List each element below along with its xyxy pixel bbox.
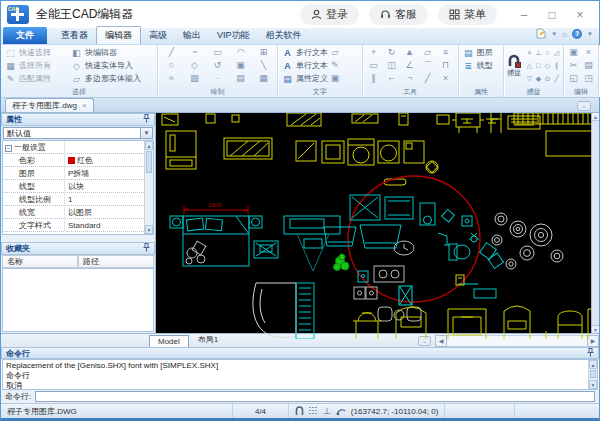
preset-dropdown-icon[interactable]: ▼ xyxy=(141,127,153,139)
ribbon-button[interactable]: ▤图层 xyxy=(461,46,493,59)
property-row[interactable]: 线型比例 1 xyxy=(3,193,144,206)
scroll-up-icon[interactable]: ▲ xyxy=(145,141,153,150)
ribbon-button[interactable]: A多行文本 xyxy=(280,46,328,59)
snap-mode-icon[interactable]: ▽ xyxy=(525,72,534,85)
tab-file[interactable]: 文件 xyxy=(3,27,47,44)
scroll-down-icon[interactable]: ▼ xyxy=(589,380,597,389)
property-preset-select[interactable]: 默认值 xyxy=(3,127,141,139)
ribbon-button[interactable]: ⬚快速选择 xyxy=(3,46,69,59)
modify-tool-icon[interactable]: ⊓ xyxy=(437,59,455,72)
modify-tool-icon[interactable]: ▭ xyxy=(365,59,383,72)
ribbon-tab[interactable]: 查看器 xyxy=(53,27,96,44)
ribbon-button[interactable]: ▱多边形实体输入 xyxy=(69,72,141,85)
edit-tool-icon[interactable]: ✂ xyxy=(566,59,581,72)
draw-tool-icon[interactable]: ~ xyxy=(183,46,206,59)
property-grid-scrollbar[interactable]: ▲ ▼ xyxy=(144,141,153,234)
modify-tool-icon[interactable]: + xyxy=(365,46,383,59)
modify-tool-icon[interactable]: ≡ xyxy=(437,46,455,59)
edit-tool-icon[interactable]: ▤ xyxy=(581,59,596,72)
snap-mode-icon[interactable]: ○ xyxy=(543,46,552,59)
ribbon-button[interactable]: ◧块编辑器 xyxy=(69,46,141,59)
snap-mode-icon[interactable]: □ xyxy=(534,59,543,72)
property-row[interactable]: 线型 以块 xyxy=(3,180,144,193)
scroll-up-icon[interactable]: ▲ xyxy=(589,360,597,369)
scroll-up-icon[interactable]: ▲ xyxy=(592,113,599,121)
ribbon-button[interactable]: ◇快速实体导入 xyxy=(69,59,141,72)
ribbon-tab[interactable]: 高级 xyxy=(141,27,175,44)
draw-tool-icon[interactable]: ≈ xyxy=(160,72,183,85)
scrollbar-thumb[interactable] xyxy=(590,370,596,378)
grid-toggle-icon[interactable] xyxy=(309,407,318,416)
snap-mode-icon[interactable]: ⊥ xyxy=(534,46,543,59)
ribbon-tab[interactable]: 相关软件 xyxy=(258,27,310,44)
modify-tool-icon[interactable]: ╱ xyxy=(419,72,437,85)
draw-tool-icon[interactable]: ◠ xyxy=(229,46,252,59)
close-document-icon[interactable]: × xyxy=(82,101,87,110)
modify-tool-icon[interactable]: × xyxy=(437,72,455,85)
canvas-vertical-scrollbar[interactable]: ▲ ▼ xyxy=(591,113,599,333)
document-tab[interactable]: 程子专用图库.dwg × xyxy=(5,98,94,112)
export-doc-icon[interactable] xyxy=(536,25,546,43)
menu-button[interactable]: 菜单 xyxy=(438,4,497,25)
command-history-scrollbar[interactable]: ▲ ▼ xyxy=(588,360,597,389)
pin-icon[interactable] xyxy=(143,114,150,125)
snap-mode-icon[interactable]: ⊙ xyxy=(543,72,552,85)
modify-tool-icon[interactable]: ◫ xyxy=(383,59,401,72)
modify-tool-icon[interactable]: ⌐ xyxy=(383,72,401,85)
minimize-button[interactable]: – xyxy=(511,5,537,25)
property-row[interactable]: 色彩 红色 xyxy=(3,154,144,167)
edit-tool-icon[interactable]: × xyxy=(581,46,596,59)
edit-tool-icon[interactable]: ◳ xyxy=(581,72,596,85)
login-button[interactable]: 登录 xyxy=(300,4,359,25)
draw-tool-icon[interactable]: ▭ xyxy=(206,46,229,59)
ribbon-tab[interactable]: VIP功能 xyxy=(209,27,258,44)
draw-tool-icon[interactable]: ○ xyxy=(160,59,183,72)
draw-tool-icon[interactable]: ▤ xyxy=(229,72,252,85)
draw-tool-icon[interactable]: ╲ xyxy=(252,59,275,72)
lineweight-toggle-icon[interactable] xyxy=(336,407,346,416)
draw-tool-icon[interactable]: ▦ xyxy=(252,72,275,85)
property-group-row[interactable]: −一般设置 xyxy=(3,141,144,154)
ribbon-button[interactable]: ≣线型 xyxy=(461,59,493,72)
draw-tool-icon[interactable]: · xyxy=(206,72,229,85)
modify-tool-icon[interactable]: ▱ xyxy=(419,46,437,59)
modify-tool-icon[interactable]: ∠ xyxy=(401,59,419,72)
ortho-toggle-icon[interactable]: ⊥ xyxy=(323,406,331,416)
snap-mode-icon[interactable]: △ xyxy=(525,59,534,72)
property-row[interactable]: 线宽 以图层 xyxy=(3,206,144,219)
ribbon-button[interactable]: ▦选择所有 xyxy=(3,59,69,72)
property-row[interactable]: 文字样式 Standard xyxy=(3,219,144,232)
scroll-down-icon[interactable]: ▼ xyxy=(592,325,599,333)
home-icon[interactable]: ⌂ xyxy=(562,30,567,39)
snap-magnet-icon[interactable] xyxy=(295,406,304,416)
snap-mode-icon[interactable]: ◿ xyxy=(552,46,561,59)
favorites-column-header[interactable]: 名称 xyxy=(2,255,78,268)
draw-tool-icon[interactable]: ◇ xyxy=(183,59,206,72)
modify-tool-icon[interactable]: ∥ xyxy=(365,72,383,85)
command-input[interactable] xyxy=(35,391,595,402)
draw-tool-icon[interactable]: ▨ xyxy=(183,72,206,85)
draw-tool-icon[interactable]: ▣ xyxy=(229,59,252,72)
text-side-icon[interactable]: ▣ xyxy=(328,72,342,85)
collapse-icon[interactable]: − xyxy=(5,145,12,152)
snap-mode-icon[interactable]: × xyxy=(525,46,534,59)
modify-tool-icon[interactable]: ▲ xyxy=(401,46,419,59)
scroll-down-icon[interactable]: ▼ xyxy=(145,225,153,234)
scrollbar-thumb[interactable] xyxy=(146,151,152,173)
snap-mode-icon[interactable]: ◇ xyxy=(543,59,552,72)
draw-tool-icon[interactable]: ⊞ xyxy=(252,46,275,59)
edit-tool-icon[interactable]: ▣ xyxy=(566,46,581,59)
ribbon-button[interactable]: ▤属性定义 xyxy=(280,72,328,85)
draw-tool-icon[interactable]: ╱ xyxy=(160,46,183,59)
modify-tool-icon[interactable]: ↻ xyxy=(383,46,401,59)
modify-tool-icon[interactable]: ¬ xyxy=(401,72,419,85)
snap-toggle-button[interactable]: 捕捉 xyxy=(506,46,522,86)
snap-mode-icon[interactable]: ◆ xyxy=(534,72,543,85)
text-side-icon[interactable]: ✎ xyxy=(328,59,342,72)
support-button[interactable]: 客服 xyxy=(369,4,428,25)
cad-canvas[interactable]: 1500 xyxy=(156,113,599,333)
text-side-icon[interactable]: ▱ xyxy=(328,46,342,59)
close-button[interactable]: × xyxy=(567,5,593,25)
ribbon-tab[interactable]: 编辑器 xyxy=(96,26,141,44)
ribbon-button[interactable]: ✎匹配属性 xyxy=(3,72,69,85)
